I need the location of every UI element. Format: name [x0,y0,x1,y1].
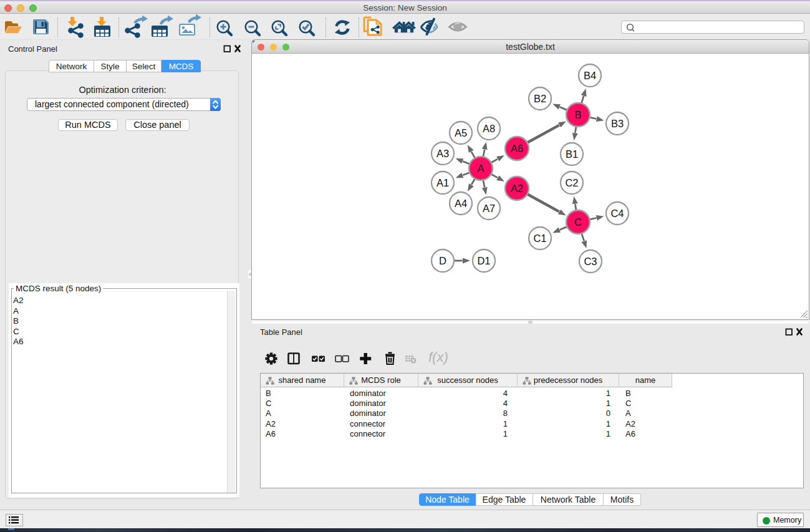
svg-text:B1: B1 [566,148,578,160]
svg-text:A7: A7 [483,203,495,214]
svg-text:C4: C4 [610,208,624,219]
svg-text:A6: A6 [511,143,523,154]
svg-text:D1: D1 [477,255,490,266]
svg-text:B4: B4 [584,70,596,81]
svg-text:B: B [574,109,581,120]
svg-text:A2: A2 [511,183,523,194]
svg-text:A: A [477,163,484,174]
svg-text:A1: A1 [436,177,449,188]
svg-text:C1: C1 [533,233,546,244]
svg-text:B2: B2 [534,93,546,104]
svg-text:B3: B3 [611,118,624,129]
svg-text:A8: A8 [483,123,495,134]
svg-text:C3: C3 [584,256,597,267]
svg-text:D: D [439,255,446,266]
svg-text:A3: A3 [436,148,449,159]
svg-text:C: C [574,216,582,228]
svg-text:A5: A5 [455,127,467,138]
svg-text:f(x): f(x) [428,349,448,365]
svg-text:C2: C2 [565,177,578,188]
svg-text:A4: A4 [455,198,467,209]
